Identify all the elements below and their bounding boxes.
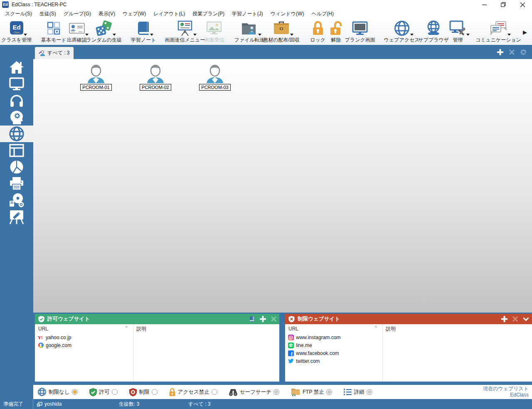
student-pcroom-02[interactable]: PCROOM-02 [140,62,170,91]
toolbar-overflow-arrow[interactable]: ▶ [520,29,530,35]
menu-window[interactable]: ウィンドウ(W) [267,10,308,18]
menu-student[interactable]: 生徒(S) [36,10,60,18]
minimize-icon [482,2,487,7]
toolbar-manage[interactable]: 管理 [448,20,467,43]
mode-block-access[interactable]: アクセス禁止 [169,388,217,397]
toolbar-file-transfer[interactable]: ファイル転送 [234,20,264,43]
current-weblist: 現在のウェブリスト EdClass [483,386,529,398]
toolbar-unlock[interactable]: 解除 [327,20,345,43]
toolbar-lock[interactable]: ロック [309,20,327,43]
pie-chart-icon [9,159,25,175]
mode-approved[interactable]: 許可 [89,388,118,397]
blank-monitor-icon [352,20,368,37]
status-user-name: yoshida [44,401,62,407]
remove-site-icon[interactable] [271,316,276,322]
mode-unrestricted[interactable]: 制限なし [37,387,78,397]
multimedia-disc-icon [8,192,25,208]
menu-web[interactable]: ウェブ(W) [119,10,150,18]
column-header-description[interactable]: 説明 [382,325,396,333]
column-divider [133,324,133,382]
tab-settings-gear-icon[interactable] [520,49,527,55]
monitor-icon [9,77,25,91]
add-tab-icon[interactable] [497,49,503,55]
tab-bar: すべて : 3 [33,46,532,59]
restricted-panel-header: 制限ウェブサイト [285,314,532,324]
sidebar-item-browser-layout[interactable] [0,142,33,159]
column-header-url[interactable]: URL ^ [35,326,133,332]
minimize-button[interactable] [475,0,494,9]
add-site-icon[interactable] [501,316,507,322]
ftp-folder-icon [291,387,300,397]
tab-all-students[interactable]: すべて : 3 [35,47,74,59]
radio-safe-search[interactable] [273,389,279,395]
head-gear-icon [9,109,24,125]
remove-site-icon[interactable] [512,316,518,322]
approved-site-row[interactable]: google.com [35,341,279,349]
close-tab-icon[interactable] [509,49,515,55]
toolbar-web-access[interactable]: ウェブアクセス [385,20,419,43]
add-site-icon[interactable] [260,316,266,322]
menu-view[interactable]: 表示(V) [95,10,119,18]
mode-ftp-block[interactable]: FTP 禁止 [291,387,332,397]
student-canvas: PCROOM-01 PCROOM-02 PCROOM-03 [33,59,532,313]
sidebar-item-web[interactable] [0,126,33,142]
radio-restricted[interactable] [152,389,158,395]
student-pcroom-03[interactable]: PCROOM-03 [200,62,230,91]
sidebar-item-monitor[interactable] [0,76,33,92]
restricted-site-row[interactable]: LINE line.me [285,341,532,349]
toolbar-random-student[interactable]: ランダムの生徒 [87,20,121,43]
sidebar-item-survey[interactable] [0,159,33,175]
approved-panel-body: URL ^ 説明 Y! yahoo.co.jp [35,324,279,382]
weblist-book-icon[interactable] [249,316,255,322]
restore-button[interactable] [494,0,513,9]
restricted-site-row[interactable]: www.instagram.com [285,333,532,341]
sidebar-item-thinking[interactable] [0,109,33,126]
menu-group[interactable]: グループ(G) [60,10,95,18]
radio-approved[interactable] [112,389,118,395]
shield-x-icon [288,315,295,323]
menu-journal[interactable]: 学習ノート(J) [228,10,267,18]
column-header-url[interactable]: URL ^ [285,326,382,332]
toolbar-manage-class[interactable]: EdClass クラスを管理 [2,20,31,43]
close-button[interactable] [513,0,532,9]
restricted-site-row[interactable]: twitter.com [285,357,532,365]
sidebar-item-whiteboard[interactable] [0,209,33,225]
column-header-description[interactable]: 説明 [133,325,146,333]
menu-help[interactable]: ヘルプ(H) [308,10,337,18]
toolbar-basic-mode[interactable]: 基本モード [41,20,66,43]
toolbar-blank-screen[interactable]: ブランク画面 [345,20,375,43]
toolbar-journal[interactable]: 学習ノート [131,20,156,43]
toolbar-sub-browser[interactable]: サブブラウザ [419,20,448,43]
menu-layout[interactable]: レイアウト(L) [150,10,189,18]
folder-user-icon [241,20,258,37]
dropdown-arrow-icon [466,34,470,36]
mode-safe-search[interactable]: セーフサーチ [229,388,279,397]
line-icon: LINE [288,342,294,348]
radio-details[interactable] [367,389,372,395]
toolbar-show-screen-menu[interactable]: 画面送信メニュー [166,20,204,43]
mode-details[interactable]: 詳細 [343,388,372,396]
student-pcroom-01[interactable]: PCROOM-01 [81,62,111,91]
sidebar-item-print[interactable] [0,175,33,192]
sidebar-item-multimedia[interactable] [0,192,33,209]
sidebar-item-home[interactable] [0,59,33,76]
svg-text:Y!: Y! [38,335,43,340]
toolbar-receive-screen: 画面受信 [204,20,224,43]
toolbar-communication[interactable]: コミュニケーション [477,20,520,43]
toolbar-distribute-collect[interactable]: 教材の配布/回収 [264,20,298,43]
radio-block-access[interactable] [212,389,217,395]
lock-open-icon [329,20,343,37]
chevron-down-icon[interactable] [523,317,529,321]
menu-school[interactable]: スクール(S) [1,10,36,18]
menu-lesson-plan[interactable]: 授業プラン(P) [189,10,228,18]
binoculars-icon [229,388,238,397]
menu-bar: スクール(S) 生徒(S) グループ(G) 表示(V) ウェブ(W) レイアウト… [0,9,532,18]
radio-unrestricted[interactable] [72,389,78,395]
mode-restricted[interactable]: 制限 [129,388,158,397]
toolbar-attendance[interactable]: 出席確認 [66,20,87,43]
radio-ftp-block[interactable] [326,389,332,395]
approved-site-row[interactable]: Y! yahoo.co.jp [35,333,279,341]
student-icon [85,62,107,83]
restricted-site-row[interactable]: f www.facebook.com [285,349,532,357]
sidebar-item-audio[interactable] [0,92,33,109]
